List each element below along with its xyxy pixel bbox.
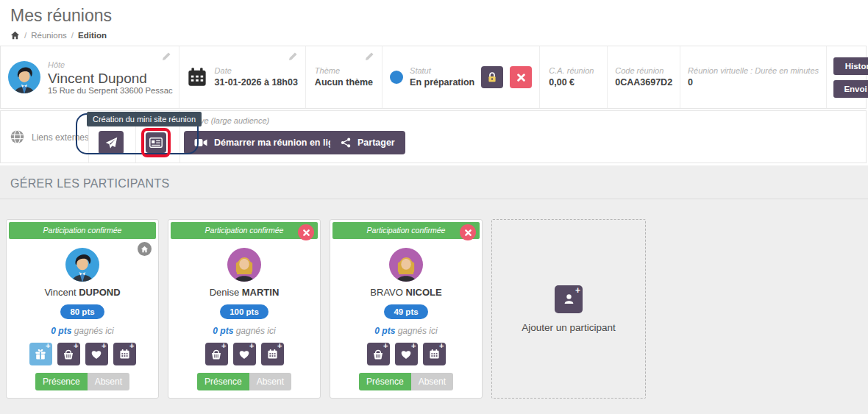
add-order-button[interactable]: + bbox=[367, 343, 390, 365]
code-label: Code réunion bbox=[615, 65, 672, 76]
participant-avatar bbox=[227, 248, 261, 282]
calendar-plus-icon bbox=[119, 349, 130, 360]
participant-name: BRAVO NICOLE bbox=[332, 287, 480, 298]
add-booking-button[interactable]: + bbox=[423, 343, 446, 365]
history-button[interactable]: Historique bbox=[833, 57, 868, 75]
participation-status-banner: Participation confirmée bbox=[9, 222, 156, 239]
remove-participant-button[interactable] bbox=[460, 224, 476, 240]
remove-participant-button[interactable] bbox=[298, 224, 314, 240]
theme-cell: Thème Aucun thème bbox=[305, 46, 382, 108]
theme-value: Aucun thème bbox=[315, 76, 373, 90]
code-value: 0CAA3697D2 bbox=[615, 76, 672, 90]
add-wishlist-button[interactable]: + bbox=[85, 343, 108, 365]
calendar-plus-icon bbox=[429, 349, 440, 360]
gift-plus-icon bbox=[35, 349, 46, 360]
add-order-button[interactable]: + bbox=[57, 343, 80, 365]
close-icon bbox=[517, 74, 525, 82]
meeting-header: Hôte Vincent Dupond 15 Rue du Serpent 33… bbox=[0, 46, 867, 109]
participant-cards: Participation confirmée Vincent DUPOND 8… bbox=[6, 219, 646, 399]
close-icon bbox=[465, 229, 472, 236]
points-badge: 100 pts bbox=[220, 304, 268, 319]
calendar-icon bbox=[187, 67, 207, 88]
share-button[interactable]: Partager bbox=[330, 131, 405, 154]
points-badge: 49 pts bbox=[384, 304, 427, 319]
virtual-cell: Réunion virtuelle : Durée en minutes 0 bbox=[680, 46, 826, 108]
presence-button[interactable]: Présence bbox=[197, 373, 249, 390]
host-address: 15 Rue du Serpent 33600 Pessac bbox=[48, 86, 173, 95]
add-gift-button[interactable]: + bbox=[29, 343, 52, 365]
participation-status-banner: Participation confirmée bbox=[171, 222, 318, 239]
points-badge: 80 pts bbox=[60, 304, 104, 319]
lock-meeting-button[interactable] bbox=[481, 66, 503, 88]
absent-button[interactable]: Absent bbox=[88, 373, 129, 390]
calendar-plus-icon bbox=[267, 349, 278, 360]
participant-card: Participation confirmée BRAVO NICOLE bbox=[330, 219, 483, 399]
add-participant-card[interactable]: + Ajouter un participant bbox=[491, 219, 646, 399]
add-participant-button[interactable]: + bbox=[555, 285, 583, 313]
mini-site-button[interactable] bbox=[146, 132, 166, 153]
external-links-label-group: Liens externes bbox=[10, 129, 89, 145]
date-value: 31-01-2026 à 18h03 bbox=[215, 76, 298, 90]
presence-toggle: Présence Absent bbox=[171, 373, 318, 390]
host-label: Hôte bbox=[48, 60, 173, 71]
revenue-value: 0,00 € bbox=[549, 76, 598, 90]
participants-section: GÉRER LES PARTICIPANTS Participation con… bbox=[0, 165, 868, 414]
status-value: En préparation bbox=[410, 76, 474, 90]
paper-plane-icon bbox=[105, 137, 118, 149]
virtual-label: Réunion virtuelle : Durée en minutes bbox=[688, 65, 819, 76]
lock-icon bbox=[486, 71, 498, 83]
participant-name: Denise MARTIN bbox=[171, 287, 318, 298]
breadcrumb: / Réunions / Edition bbox=[10, 31, 107, 40]
heart-plus-icon bbox=[238, 349, 250, 360]
participants-section-title: GÉRER LES PARTICIPANTS bbox=[0, 165, 868, 199]
truncated-caption: ve (large audience) bbox=[200, 116, 269, 125]
mini-site-card-icon bbox=[149, 138, 163, 148]
date-cell: Date 31-01-2026 à 18h03 bbox=[179, 46, 305, 108]
absent-button[interactable]: Absent bbox=[249, 373, 291, 390]
edit-theme-pencil-icon[interactable] bbox=[365, 51, 374, 61]
start-online-meeting-label: Démarrer ma réunion en ligne bbox=[214, 138, 344, 148]
points-gained-text: 0 pts gagnés ici bbox=[332, 326, 480, 336]
participant-actions: + + + bbox=[332, 343, 480, 365]
presence-button[interactable]: Présence bbox=[359, 373, 411, 390]
participation-status-banner: Participation confirmée bbox=[332, 222, 480, 239]
send-sms-button[interactable]: Envoi SMS bbox=[833, 80, 868, 98]
add-wishlist-button[interactable]: + bbox=[233, 343, 256, 365]
presence-toggle: Présence Absent bbox=[332, 373, 480, 390]
status-dot bbox=[390, 71, 403, 84]
header-buttons-cell: Historique Envoi SMS bbox=[826, 46, 868, 108]
participant-card: Participation confirmée Denise MARTI bbox=[168, 219, 321, 399]
edit-host-pencil-icon[interactable] bbox=[162, 51, 171, 61]
edit-date-pencil-icon[interactable] bbox=[288, 51, 298, 61]
add-booking-button[interactable]: + bbox=[261, 343, 284, 365]
presence-button[interactable]: Présence bbox=[35, 373, 88, 390]
add-booking-button[interactable]: + bbox=[113, 343, 136, 365]
basket-plus-icon bbox=[63, 349, 74, 360]
points-gained-text: 0 pts gagnés ici bbox=[9, 326, 156, 336]
share-label: Partager bbox=[357, 138, 395, 148]
participant-actions: + + + bbox=[9, 343, 156, 365]
theme-label: Thème bbox=[315, 65, 373, 76]
participant-avatar bbox=[65, 248, 99, 282]
send-invitations-button[interactable] bbox=[99, 131, 124, 154]
globe-icon bbox=[10, 129, 25, 145]
breadcrumb-reunions[interactable]: Réunions bbox=[31, 31, 67, 40]
host-avatar bbox=[8, 61, 40, 93]
delete-meeting-button[interactable] bbox=[510, 66, 532, 88]
participant-name: Vincent DUPOND bbox=[9, 287, 156, 298]
start-online-meeting-button[interactable]: Démarrer ma réunion en ligne bbox=[184, 131, 355, 154]
share-icon bbox=[341, 138, 351, 148]
page-title: Mes réunions bbox=[10, 6, 112, 26]
breadcrumb-current: Edition bbox=[78, 31, 107, 40]
absent-button[interactable]: Absent bbox=[411, 373, 453, 390]
virtual-value: 0 bbox=[688, 76, 819, 90]
participant-actions: + + + bbox=[171, 343, 318, 365]
host-cell: Hôte Vincent Dupond 15 Rue du Serpent 33… bbox=[1, 46, 179, 108]
home-icon[interactable] bbox=[10, 31, 20, 40]
host-badge bbox=[138, 242, 152, 256]
add-wishlist-button[interactable]: + bbox=[395, 343, 418, 365]
add-participant-label: Ajouter un participant bbox=[522, 322, 616, 333]
add-order-button[interactable]: + bbox=[205, 343, 228, 365]
person-plus-icon bbox=[563, 293, 575, 305]
heart-plus-icon bbox=[90, 349, 102, 360]
